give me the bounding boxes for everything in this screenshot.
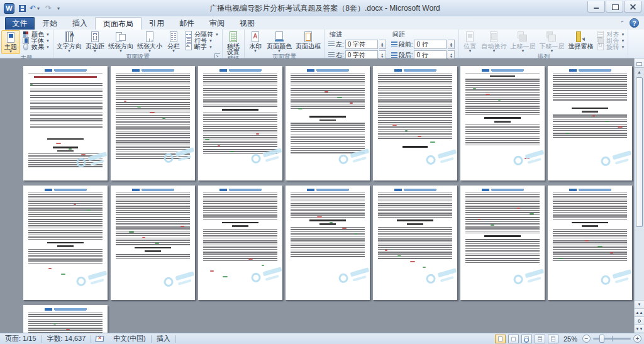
scrollbar-thumb[interactable] — [636, 77, 643, 227]
scroll-down-arrow[interactable]: ▼ — [635, 300, 644, 308]
web-layout-view-button[interactable] — [521, 335, 532, 343]
vertical-scrollbar[interactable]: ▲ ▼ ▲▲ ▼▼ — [634, 58, 644, 333]
page-thumbnail[interactable] — [198, 66, 282, 180]
tab-页面布局[interactable]: 页面布局 — [95, 17, 142, 30]
page-thumbnail[interactable] — [286, 66, 370, 180]
ribbon-button-line-numbers[interactable]: 行号▼ — [183, 38, 221, 43]
zoom-out-button[interactable]: − — [582, 335, 591, 343]
watermark-url — [178, 279, 192, 285]
ribbon-button-text-direction[interactable]: 文字方向▼ — [55, 30, 84, 53]
text-highlight-mark — [262, 265, 264, 266]
subheading-line — [402, 146, 428, 148]
word-count-indicator[interactable]: 字数: 14,637 — [42, 334, 91, 343]
paragraph-lines — [553, 194, 627, 204]
page-thumbnail[interactable] — [23, 186, 108, 300]
previous-page-button[interactable]: ▲▲ — [635, 308, 644, 316]
next-page-button[interactable]: ▼▼ — [635, 325, 644, 333]
ribbon-group-稿纸: 稿纸 设置稿纸 — [223, 30, 245, 58]
language-indicator[interactable]: 中文(中国) — [108, 334, 150, 343]
tab-开始[interactable]: 开始 — [35, 17, 65, 30]
tab-邮件[interactable]: 邮件 — [172, 17, 202, 30]
paragraph-lines — [291, 146, 365, 153]
text-highlight-mark — [350, 103, 353, 104]
paragraph-lines — [465, 258, 540, 263]
ribbon-button-orientation[interactable]: 纸张方向▼ — [106, 30, 135, 53]
field-indent-left-input[interactable]: 0 字符 — [345, 40, 378, 49]
page-number-indicator[interactable]: 页面: 1/15 — [0, 334, 42, 343]
text-highlight-mark — [423, 267, 426, 268]
field-spacing-before-input[interactable]: 0 行 — [414, 40, 447, 49]
page-header — [553, 189, 627, 193]
select-browse-object-button[interactable] — [635, 316, 644, 325]
page-thumbnail[interactable] — [198, 186, 282, 300]
ribbon-button-selection-pane[interactable]: 选择窗格 — [566, 30, 595, 50]
save-button[interactable] — [16, 3, 28, 14]
tab-引用[interactable]: 引用 — [142, 17, 172, 30]
zoom-in-button[interactable]: + — [633, 335, 641, 343]
paragraph-lines — [553, 75, 627, 82]
ribbon-button-grid-paper[interactable]: 稿纸 设置 — [224, 30, 243, 55]
undo-button[interactable]: ↶▾ — [30, 3, 41, 14]
ribbon-button-columns[interactable]: 分栏▼ — [164, 30, 183, 53]
watermark-circle — [338, 153, 350, 165]
spinner-control[interactable]: ▲▼ — [448, 40, 455, 49]
ribbon-button-theme-colors[interactable]: 颜色▼ — [20, 31, 52, 37]
page-thumbnail[interactable] — [373, 66, 457, 180]
ribbon-button-breaks[interactable]: 分隔符▼ — [183, 31, 221, 37]
word-app-icon[interactable]: W — [4, 3, 14, 14]
header-logo — [394, 69, 402, 72]
text-highlight-mark — [486, 94, 490, 95]
ribbon-button-theme-effects[interactable]: 效果▼ — [20, 44, 52, 50]
ribbon-button-themes[interactable]: 主题▼ — [1, 30, 20, 54]
ribbon-button-page-size[interactable]: 纸张大小▼ — [135, 30, 164, 53]
page-thumbnail[interactable] — [111, 186, 195, 300]
help-button[interactable]: ? — [630, 18, 639, 28]
ribbon-button-margins[interactable]: 页边距▼ — [84, 30, 106, 53]
page-thumbnail[interactable] — [111, 66, 195, 180]
page-thumbnail[interactable] — [286, 186, 370, 300]
scroll-up-arrow[interactable]: ▲ — [635, 68, 644, 76]
page-thumbnail[interactable] — [548, 186, 632, 300]
tab-file[interactable]: 文件 — [5, 17, 35, 30]
minimize-button[interactable] — [587, 1, 605, 13]
ribbon-button-page-color[interactable]: 页面颜色▼ — [265, 30, 294, 53]
tab-审阅[interactable]: 审阅 — [202, 17, 232, 30]
minimize-ribbon-button[interactable]: ⌃ — [619, 20, 625, 26]
spacing-row: 段前:0 行▲▼ — [391, 40, 455, 49]
page-thumbnail[interactable] — [548, 66, 632, 180]
page-thumbnail[interactable] — [460, 66, 545, 180]
zoom-slider-thumb[interactable] — [599, 335, 604, 343]
customize-qat-button[interactable]: ▾ — [56, 6, 61, 11]
tab-插入[interactable]: 插入 — [65, 17, 95, 30]
tab-视图[interactable]: 视图 — [232, 17, 262, 30]
page-thumbnail[interactable] — [373, 186, 457, 300]
close-button[interactable] — [624, 1, 641, 13]
zoom-slider[interactable] — [593, 338, 631, 340]
ribbon-button-hyphenation[interactable]: 断字▼ — [183, 44, 221, 50]
page-thumbnail[interactable] — [23, 66, 108, 180]
spinner-control[interactable]: ▲▼ — [379, 40, 386, 49]
page-thumbnail[interactable] — [23, 305, 108, 333]
page-thumbnail[interactable] — [460, 186, 545, 300]
ribbon-button-theme-fonts[interactable]: 字体▼ — [20, 38, 52, 43]
watermark-logo — [250, 143, 282, 172]
proofing-errors-icon[interactable] — [95, 335, 104, 343]
undo-dropdown-arrow[interactable]: ▾ — [36, 6, 41, 11]
restore-button[interactable] — [606, 1, 623, 13]
page-header — [28, 308, 103, 313]
draft-view-button[interactable] — [548, 335, 558, 343]
paragraph-lines — [116, 226, 190, 236]
full-screen-reading-view-button[interactable] — [508, 335, 519, 343]
paragraph-lines — [291, 194, 365, 202]
header-logo — [569, 69, 577, 72]
outline-view-button[interactable] — [535, 335, 545, 343]
text-highlight-mark — [66, 329, 70, 330]
ribbon-button-page-borders[interactable]: 页面边框 — [294, 30, 323, 50]
ruler-toggle-button[interactable] — [635, 58, 644, 68]
paragraph-lines — [553, 214, 627, 219]
print-layout-view-button[interactable] — [495, 335, 506, 343]
paragraph-lines — [291, 99, 365, 109]
insert-mode-indicator[interactable]: 插入 — [152, 334, 175, 343]
ribbon-button-watermark[interactable]: 水印▼ — [246, 30, 265, 53]
zoom-level-indicator[interactable]: 25% — [561, 335, 580, 343]
